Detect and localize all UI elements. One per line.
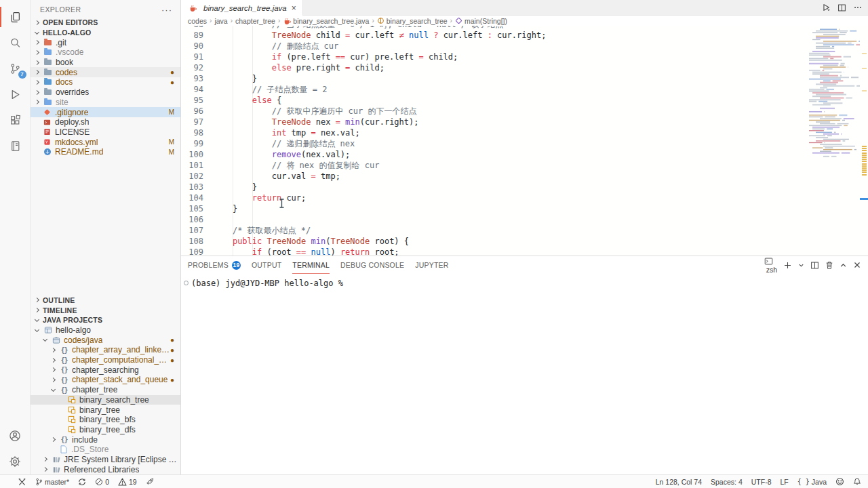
activity-search[interactable]	[0, 30, 31, 56]
status-feedback[interactable]	[835, 477, 844, 486]
file-row-docs[interactable]: docs●	[31, 77, 180, 87]
activity-settings[interactable]	[0, 449, 31, 474]
java-row-codes-java[interactable]: codes/java●	[31, 335, 180, 345]
file-row-book[interactable]: book	[31, 58, 180, 68]
java-row-chapter-stack-and-queue[interactable]: {}chapter_stack_and_queue●	[31, 375, 180, 385]
activity-extensions[interactable]	[0, 107, 31, 133]
activity-files[interactable]	[0, 4, 31, 30]
breadcrumb-item[interactable]: main(String[])	[455, 17, 507, 25]
status-branch[interactable]: master*	[35, 478, 69, 486]
section-label: OUTLINE	[43, 296, 75, 304]
split-editor-icon	[837, 3, 846, 12]
status-ln-128-col-74[interactable]: Ln 128, Col 74	[656, 478, 702, 486]
java-row-binary-tree-dfs[interactable]: binary_tree_dfs	[31, 425, 180, 435]
run-button[interactable]	[821, 3, 831, 12]
minimap[interactable]	[807, 26, 860, 256]
line-number: 93	[181, 73, 203, 84]
breadcrumb-item[interactable]: java	[214, 17, 227, 25]
code-editor[interactable]: 88 // 当子结点数量 = 0 / 1 时, child = null / 该…	[181, 26, 868, 256]
java-row-chapter-searching[interactable]: {}chapter_searching	[31, 365, 180, 375]
overview-ruler[interactable]	[860, 26, 868, 256]
java-row-binary-search-tree[interactable]: binary_search_tree	[31, 395, 180, 405]
terminal-prompt: (base) jyd@JYD-MBP hello-algo %	[191, 279, 343, 288]
java-row-chapter-array-and-linkedlist[interactable]: {}chapter_array_and_linkedlist●	[31, 345, 180, 355]
split-editor-button[interactable]	[837, 3, 846, 12]
close-icon[interactable]: ×	[292, 3, 296, 13]
activity-notebook[interactable]	[0, 133, 31, 159]
terminal[interactable]: (base) jyd@JYD-MBP hello-algo %	[181, 274, 868, 474]
file-row-README-md[interactable]: README.mdM	[31, 147, 180, 157]
java-row-JRE-System-Library-Eclipse-Temurin-17-17[interactable]: JRE System Library [Eclipse Temurin 17 […	[31, 455, 180, 465]
java-row-hello-algo[interactable]: hello-algo	[31, 325, 180, 336]
file-row-overrides[interactable]: overrides	[31, 87, 180, 98]
status-rocket[interactable]	[146, 478, 154, 486]
java-row-Referenced-Libraries[interactable]: Referenced Libraries	[31, 464, 180, 474]
status-spaces-4[interactable]: Spaces: 4	[711, 478, 743, 486]
chevron-up-button[interactable]	[840, 262, 847, 269]
file-row-codes[interactable]: codes●	[31, 67, 180, 77]
activity-run-debug[interactable]	[0, 81, 31, 107]
java-row-binary-tree-bfs[interactable]: binary_tree_bfs	[31, 415, 180, 425]
java-row-chapter-computational-complexity[interactable]: {}chapter_computational_complexity●	[31, 355, 180, 365]
more-actions-icon[interactable]: ···	[161, 5, 172, 15]
status-braces-text[interactable]: { }Java	[797, 478, 827, 486]
status-sync[interactable]	[78, 478, 86, 486]
close-button[interactable]	[853, 261, 861, 269]
status-bell[interactable]	[853, 477, 861, 486]
file-row-deploy-sh[interactable]: deploy.sh	[31, 117, 180, 127]
code-line-98: 98 int tmp = nex.val;	[181, 127, 806, 138]
status-tools[interactable]	[18, 478, 26, 486]
plus-button[interactable]	[783, 261, 792, 270]
panel-tab-terminal[interactable]: TERMINAL	[292, 256, 330, 274]
section-outline[interactable]: OUTLINE	[31, 296, 180, 306]
tab-binary-search-tree[interactable]: binary_search_tree.java ×	[181, 0, 303, 16]
panel-tab-jupyter[interactable]: JUPYTER	[415, 256, 448, 274]
status-lf[interactable]: LF	[780, 478, 788, 486]
code-lines: 88 // 当子结点数量 = 0 / 1 时, child = null / 该…	[181, 26, 806, 256]
trash-button[interactable]	[825, 261, 833, 270]
code-line-92: 92 else pre.right = child;	[181, 62, 806, 73]
terminal-button[interactable]: zsh	[764, 257, 777, 274]
status-error[interactable]: 0	[95, 478, 109, 486]
warning-mark	[862, 150, 867, 151]
code-line-100: 100 remove(nex.val);	[181, 149, 806, 160]
java-row-include[interactable]: {}include	[31, 434, 180, 445]
line-number: 89	[181, 30, 203, 41]
file-row--git[interactable]: .git	[31, 37, 180, 47]
section-open-editors[interactable]: OPEN EDITORS	[31, 18, 180, 28]
tab-label: binary_search_tree.java	[203, 4, 287, 12]
file-row--vscode[interactable]: .vscode	[31, 47, 180, 58]
tree-label: hello-algo	[56, 325, 91, 335]
file-row-LICENSE[interactable]: LICENSE	[31, 127, 180, 138]
breadcrumb-separator: ›	[210, 17, 212, 24]
chevron-down-button[interactable]	[798, 262, 804, 268]
java-row--DS-Store[interactable]: .DS_Store	[31, 445, 180, 455]
status-utf-8[interactable]: UTF-8	[751, 478, 772, 486]
status-warning[interactable]: 19	[118, 478, 137, 486]
file-row-site[interactable]: site	[31, 98, 180, 108]
panel-tab-problems[interactable]: PROBLEMS19	[188, 256, 241, 274]
breadcrumb-item[interactable]: binary_search_tree	[377, 17, 448, 25]
split-editor-button[interactable]	[810, 261, 819, 270]
markdown-icon	[42, 148, 52, 156]
file-row--gitignore[interactable]: .gitignoreM	[31, 107, 180, 117]
panel-tab-output[interactable]: OUTPUT	[252, 256, 281, 274]
section-java-projects[interactable]: JAVA PROJECTS	[31, 315, 180, 325]
section-root-folder[interactable]: HELLO-ALGO	[31, 28, 180, 38]
line-number: 104	[181, 192, 203, 203]
section-timeline[interactable]: TIMELINE	[31, 305, 180, 315]
file-row-mkdocs-yml[interactable]: mkdocs.ymlM	[31, 137, 180, 147]
java-row-chapter-tree[interactable]: {}chapter_tree	[31, 385, 180, 395]
code-line-104: 104 return cur;	[181, 192, 806, 203]
activity-source-control[interactable]: 7	[0, 56, 31, 81]
breadcrumb-item[interactable]: binary_search_tree.java	[283, 17, 369, 25]
panel-tab-debug-console[interactable]: DEBUG CONSOLE	[340, 256, 404, 274]
more-button[interactable]	[853, 3, 863, 12]
class-icon	[66, 415, 77, 424]
text-cursor-pointer	[279, 199, 285, 211]
file-label: book	[56, 58, 73, 67]
breadcrumb-item[interactable]: chapter_tree	[235, 17, 275, 25]
breadcrumb-item[interactable]: codes	[188, 17, 207, 25]
java-row-binary-tree[interactable]: binary_tree	[31, 405, 180, 415]
activity-account[interactable]	[0, 423, 31, 449]
